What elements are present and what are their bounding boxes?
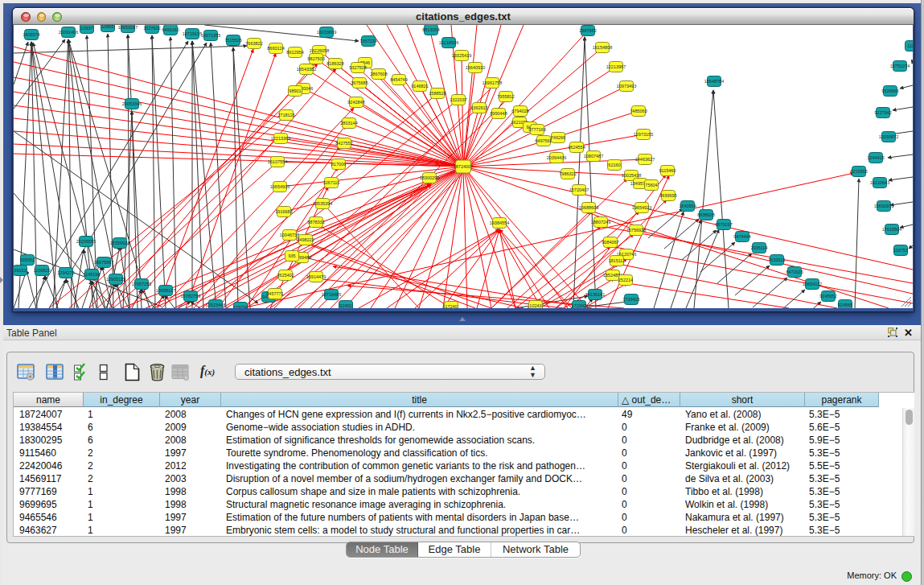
svg-text:9457771: 9457771 <box>266 291 283 296</box>
svg-text:10025438: 10025438 <box>622 173 641 178</box>
svg-text:1362615: 1362615 <box>470 105 487 110</box>
svg-text:1405574: 1405574 <box>23 32 39 37</box>
svg-text:935: 935 <box>288 253 295 258</box>
svg-text:8813054: 8813054 <box>422 27 439 32</box>
svg-text:10243: 10243 <box>529 303 541 308</box>
svg-text:9115460: 9115460 <box>659 168 676 173</box>
svg-text:172342: 172342 <box>572 303 586 308</box>
svg-text:16107554: 16107554 <box>268 159 287 164</box>
svg-text:1527602: 1527602 <box>143 26 160 31</box>
svg-text:75604: 75604 <box>645 183 657 187</box>
svg-text:13716485: 13716485 <box>322 292 341 297</box>
svg-text:10653267: 10653267 <box>118 25 138 30</box>
svg-text:16961758: 16961758 <box>483 80 502 85</box>
svg-text:8186328: 8186328 <box>326 61 343 66</box>
svg-text:924565: 924565 <box>838 303 852 307</box>
svg-text:1145194: 1145194 <box>83 272 100 277</box>
svg-text:16782759: 16782759 <box>181 294 200 299</box>
svg-text:8427552: 8427552 <box>335 141 352 146</box>
svg-text:7515526: 7515526 <box>224 38 241 43</box>
svg-text:10955: 10955 <box>101 25 113 29</box>
svg-text:12213967: 12213967 <box>606 64 626 69</box>
svg-text:817006: 817006 <box>331 162 346 167</box>
svg-text:20206555: 20206555 <box>76 239 96 244</box>
svg-text:3624554: 3624554 <box>568 145 585 150</box>
svg-text:17240: 17240 <box>445 304 457 308</box>
svg-text:8660124: 8660124 <box>267 46 284 51</box>
svg-text:3267110: 3267110 <box>322 180 339 185</box>
svg-text:19218506: 19218506 <box>439 40 458 45</box>
svg-text:16671355: 16671355 <box>201 33 220 38</box>
svg-text:16543382: 16543382 <box>297 67 316 72</box>
svg-text:7632621: 7632621 <box>768 257 785 262</box>
svg-text:19384554: 19384554 <box>490 220 509 225</box>
svg-text:10719135: 10719135 <box>183 31 202 36</box>
svg-text:16033809: 16033809 <box>317 30 336 35</box>
svg-text:16210643: 16210643 <box>870 180 889 185</box>
svg-text:9827503: 9827503 <box>307 56 324 61</box>
svg-text:10654112: 10654112 <box>803 282 822 286</box>
svg-text:7955812: 7955812 <box>497 94 514 99</box>
svg-text:1244415: 1244415 <box>867 155 884 160</box>
svg-text:62160: 62160 <box>608 163 620 167</box>
svg-text:9777169: 9777169 <box>528 127 545 132</box>
svg-text:10973493: 10973493 <box>617 84 636 89</box>
svg-text:9699695: 9699695 <box>659 193 676 198</box>
svg-text:15751074: 15751074 <box>890 64 910 68</box>
svg-text:8215955: 8215955 <box>850 169 867 174</box>
svg-text:8912954: 8912954 <box>286 50 303 55</box>
svg-text:15640910: 15640910 <box>466 65 485 70</box>
svg-text:13535394: 13535394 <box>313 201 332 206</box>
svg-text:1733426: 1733426 <box>622 297 639 302</box>
svg-text:8454749: 8454749 <box>390 77 407 82</box>
svg-text:6879197: 6879197 <box>715 222 732 227</box>
svg-text:92450: 92450 <box>339 303 351 308</box>
svg-text:1117: 1117 <box>907 43 913 48</box>
svg-text:3675685: 3675685 <box>351 80 368 85</box>
svg-text:20091406: 20091406 <box>59 30 78 35</box>
svg-text:1322037: 1322037 <box>450 97 466 102</box>
svg-text:39153: 39153 <box>14 268 26 273</box>
svg-text:6794028: 6794028 <box>511 109 528 113</box>
svg-text:9146821: 9146821 <box>411 84 428 89</box>
svg-text:9245652: 9245652 <box>819 294 836 299</box>
svg-text:10807487: 10807487 <box>584 154 603 159</box>
svg-text:7986322: 7986322 <box>559 171 576 176</box>
svg-text:9227342: 9227342 <box>874 110 891 115</box>
svg-text:14136141: 14136141 <box>585 292 605 297</box>
svg-text:23226058: 23226058 <box>310 48 329 53</box>
svg-text:18300295: 18300295 <box>420 175 439 180</box>
svg-text:9329966: 9329966 <box>881 89 898 93</box>
svg-text:252214: 252214 <box>618 278 633 282</box>
svg-text:12923448: 12923448 <box>206 303 225 307</box>
svg-text:19654923: 19654923 <box>632 205 651 210</box>
svg-text:1156829: 1156829 <box>33 268 50 273</box>
svg-text:8471626: 8471626 <box>786 270 803 274</box>
svg-text:12093872: 12093872 <box>879 134 898 139</box>
svg-text:1294275: 1294275 <box>57 270 74 275</box>
svg-text:935051: 935051 <box>20 257 35 262</box>
svg-text:6466160: 6466160 <box>162 27 179 32</box>
svg-text:16648784: 16648784 <box>704 79 724 84</box>
svg-text:16914479: 16914479 <box>306 274 326 279</box>
svg-text:116753: 116753 <box>893 248 908 253</box>
svg-text:17957255: 17957255 <box>132 282 151 286</box>
svg-text:9327508: 9327508 <box>349 65 366 70</box>
svg-text:10654935: 10654935 <box>270 184 290 189</box>
svg-text:9084067: 9084067 <box>602 240 618 245</box>
svg-text:15720407: 15720407 <box>569 187 589 192</box>
svg-text:10937: 10937 <box>80 26 92 31</box>
svg-text:2987682: 2987682 <box>579 28 596 33</box>
svg-text:1640954: 1640954 <box>679 204 696 208</box>
svg-text:12973155: 12973155 <box>634 132 653 137</box>
svg-text:10958107: 10958107 <box>156 288 175 293</box>
svg-text:12905115: 12905115 <box>106 277 125 282</box>
svg-text:7485063: 7485063 <box>630 109 647 113</box>
svg-text:20053346: 20053346 <box>122 101 142 106</box>
svg-text:17016504: 17016504 <box>882 227 901 232</box>
svg-text:8990448: 8990448 <box>490 111 507 116</box>
svg-text:5878332: 5878332 <box>307 220 324 225</box>
svg-text:98901: 98901 <box>289 89 301 93</box>
svg-text:2803144: 2803144 <box>340 121 357 126</box>
svg-text:13325419: 13325419 <box>452 53 471 58</box>
